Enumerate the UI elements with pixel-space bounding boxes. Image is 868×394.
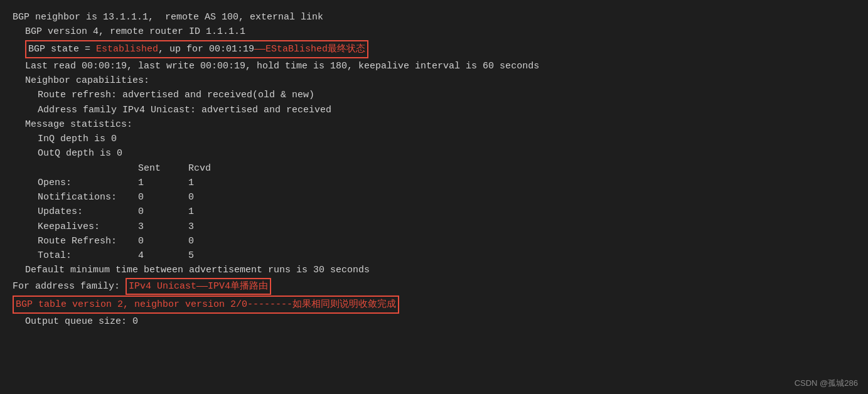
line-inq: InQ depth is 0 [13, 132, 855, 146]
address-family-cap-text: Address family IPv4 Unicast: advertised … [38, 103, 331, 117]
address-family-box: IPv4 Unicast——IPV4单播路由 [126, 278, 271, 295]
stats-rcvd-header: Rcvd [188, 161, 238, 176]
updates-sent: 0 [138, 205, 188, 219]
bgp-state-value: Established [96, 42, 158, 56]
total-label: Total: [38, 248, 138, 263]
bgp-neighbor-text: BGP neighbor is 13.1.1.1, remote AS 100,… [13, 10, 323, 24]
default-min-time-text: Default minimum time between advertiseme… [25, 263, 370, 277]
keepalives-sent: 3 [138, 220, 188, 234]
opens-sent: 1 [138, 176, 188, 190]
neighbor-capabilities-text: Neighbor capabilities: [25, 73, 149, 88]
terminal-output: BGP neighbor is 13.1.1.1, remote AS 100,… [13, 10, 855, 329]
stats-row-updates: Updates: 0 1 [13, 205, 855, 219]
line-route-refresh: Route refresh: advertised and received(o… [13, 88, 855, 102]
inq-text: InQ depth is 0 [38, 132, 117, 146]
bgp-version-text: BGP version 4, remote router ID 1.1.1.1 [25, 24, 245, 39]
address-family-prefix: For address family: [13, 279, 126, 294]
bgp-table-annotation: --------如果相同则说明收敛完成 [247, 297, 396, 312]
line-default-min-time: Default minimum time between advertiseme… [13, 263, 855, 277]
updates-rcvd: 1 [188, 205, 238, 219]
notifications-sent: 0 [138, 190, 188, 205]
opens-label: Opens: [38, 176, 138, 190]
bgp-state-prefix: BGP state = [28, 42, 96, 56]
route-refresh-sent: 0 [138, 234, 188, 248]
route-refresh-text: Route refresh: advertised and received(o… [38, 88, 314, 102]
bgp-table-text: BGP table version 2, neighbor version 2/… [16, 297, 247, 312]
stats-header-row: Sent Rcvd [13, 161, 855, 176]
stats-row-route-refresh: Route Refresh: 0 0 [13, 234, 855, 248]
stats-row-keepalives: Keepalives: 3 3 [13, 220, 855, 234]
output-queue-text: Output queue size: 0 [25, 314, 138, 329]
stats-sent-header: Sent [138, 161, 188, 176]
line-message-stats: Message statistics: [13, 117, 855, 132]
total-rcvd: 5 [188, 248, 238, 263]
keepalives-label: Keepalives: [38, 220, 138, 234]
stats-row-notifications: Notifications: 0 0 [13, 190, 855, 205]
address-family-value: IPv4 Unicast [129, 281, 196, 292]
line-bgp-neighbor: BGP neighbor is 13.1.1.1, remote AS 100,… [13, 10, 855, 24]
line-bgp-state: BGP state = Established, up for 00:01:19… [13, 40, 855, 58]
line-last-read: Last read 00:00:19, last write 00:00:19,… [13, 59, 855, 73]
updates-label: Updates: [38, 205, 138, 219]
outq-text: OutQ depth is 0 [38, 146, 122, 161]
notifications-rcvd: 0 [188, 190, 238, 205]
line-neighbor-capabilities: Neighbor capabilities: [13, 73, 855, 88]
bgp-table-box: BGP table version 2, neighbor version 2/… [13, 296, 399, 314]
line-outq: OutQ depth is 0 [13, 146, 855, 161]
route-refresh-label: Route Refresh: [38, 234, 138, 248]
line-address-family: For address family: IPv4 Unicast——IPV4单播… [13, 278, 855, 295]
opens-rcvd: 1 [188, 176, 238, 190]
watermark: CSDN @孤城286 [795, 378, 858, 389]
line-bgp-table: BGP table version 2, neighbor version 2/… [13, 296, 855, 314]
address-family-annotation: ——IPV4单播路由 [196, 281, 268, 292]
stats-row-total: Total: 4 5 [13, 248, 855, 263]
route-refresh-rcvd: 0 [188, 234, 238, 248]
line-address-family-cap: Address family IPv4 Unicast: advertised … [13, 103, 855, 117]
line-bgp-version: BGP version 4, remote router ID 1.1.1.1 [13, 24, 855, 39]
bgp-state-box: BGP state = Established, up for 00:01:19… [25, 40, 368, 58]
watermark-text: CSDN @孤城286 [795, 378, 858, 388]
bgp-state-suffix: , up for 00:01:19 [158, 42, 254, 56]
notifications-label: Notifications: [38, 190, 138, 205]
bgp-state-annotation: ——EStaBlished最终状态 [254, 42, 365, 56]
message-stats-text: Message statistics: [25, 117, 132, 132]
stats-row-opens: Opens: 1 1 [13, 176, 855, 190]
total-sent: 4 [138, 248, 188, 263]
line-output-queue: Output queue size: 0 [13, 314, 855, 329]
last-read-text: Last read 00:00:19, last write 00:00:19,… [25, 59, 539, 73]
keepalives-rcvd: 3 [188, 220, 238, 234]
